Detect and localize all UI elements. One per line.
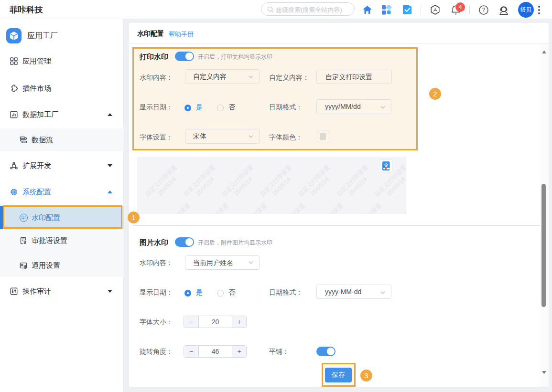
svg-text:?: ? (482, 7, 486, 13)
